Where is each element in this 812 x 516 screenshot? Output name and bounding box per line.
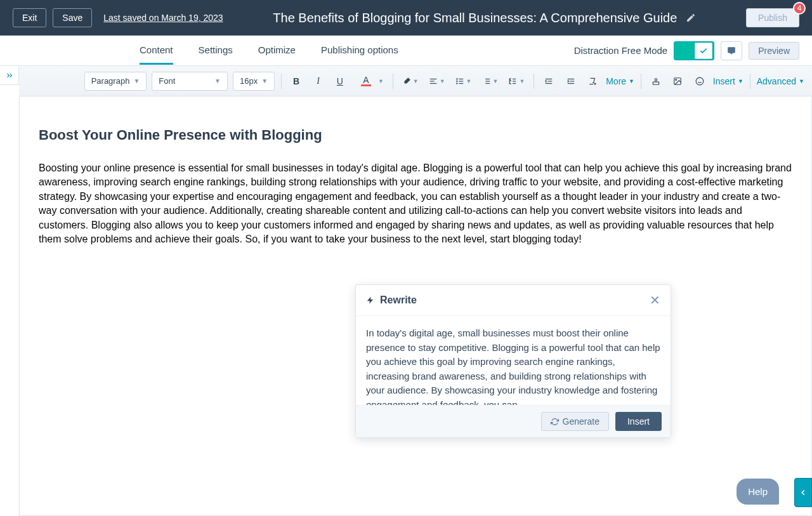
text-color-button[interactable]: A ▼ — [353, 72, 386, 90]
publish-badge: 4 — [793, 2, 806, 15]
expand-sidebar-button[interactable] — [0, 66, 19, 85]
lightning-icon — [366, 296, 375, 305]
insert-dropdown[interactable]: Insert▼ — [713, 76, 743, 86]
close-button[interactable]: ✕ — [650, 294, 660, 307]
outdent-button[interactable] — [540, 72, 557, 90]
more-button[interactable]: More▼ — [606, 76, 634, 86]
article-body[interactable]: Boosting your online presence is essenti… — [39, 161, 792, 246]
tab-content[interactable]: Content — [140, 37, 173, 65]
italic-button[interactable]: I — [310, 72, 326, 90]
insert-button[interactable]: Insert — [615, 412, 662, 431]
article-heading[interactable]: Boost Your Online Presence with Blogging — [39, 127, 792, 143]
bullet-list-button[interactable]: ▼ — [453, 72, 475, 90]
svg-point-25 — [655, 78, 657, 81]
exit-button[interactable]: Exit — [13, 8, 46, 27]
image-icon — [673, 77, 682, 86]
bullet-list-icon — [455, 77, 464, 86]
chevron-right-double-icon — [5, 71, 14, 80]
distraction-free-label: Distraction Free Mode — [574, 45, 668, 56]
tab-optimize[interactable]: Optimize — [258, 37, 296, 65]
font-select[interactable]: Font▼ — [152, 72, 228, 91]
rewrite-title: Rewrite — [380, 294, 417, 306]
svg-rect-26 — [653, 82, 658, 84]
help-button[interactable]: Help — [737, 479, 779, 505]
top-header: Exit Save Last saved on March 19, 2023 T… — [0, 0, 812, 36]
collapse-panel-button[interactable] — [794, 478, 812, 507]
indent-button[interactable] — [563, 72, 579, 90]
emoji-icon — [695, 77, 704, 86]
edit-title-icon[interactable] — [686, 13, 696, 23]
svg-point-3 — [456, 78, 457, 79]
highlight-button[interactable]: ▼ — [400, 72, 421, 90]
rewrite-popup: Rewrite ✕ In today's digital age, small … — [355, 284, 671, 438]
image-button[interactable] — [669, 72, 686, 90]
svg-point-5 — [456, 83, 457, 83]
rewrite-body: In today's digital age, small businesses… — [356, 316, 671, 405]
distraction-free-toggle[interactable] — [674, 41, 714, 60]
paragraph-select[interactable]: Paragraph▼ — [84, 72, 147, 91]
chevron-left-icon — [799, 488, 808, 497]
highlight-icon — [402, 77, 411, 86]
tab-settings[interactable]: Settings — [199, 37, 233, 65]
publish-button[interactable]: Publish — [746, 8, 799, 27]
line-height-button[interactable]: ▼ — [506, 72, 527, 90]
check-icon — [699, 46, 708, 55]
numbered-list-icon — [482, 77, 491, 86]
generate-button[interactable]: Generate — [541, 412, 609, 431]
save-button[interactable]: Save — [53, 8, 92, 27]
secondary-nav: Content Settings Optimize Publishing opt… — [0, 36, 812, 66]
align-button[interactable]: ▼ — [426, 72, 448, 90]
editor-toolbar: Paragraph▼ Font▼ 16px▼ B I U A ▼ ▼ ▼ ▼ ▼… — [19, 66, 812, 96]
last-saved-link[interactable]: Last saved on March 19, 2023 — [103, 13, 223, 23]
clear-format-icon — [588, 77, 597, 86]
advanced-dropdown[interactable]: Advanced▼ — [757, 76, 804, 86]
bold-button[interactable]: B — [288, 72, 304, 90]
line-height-icon — [508, 77, 517, 86]
refresh-icon — [551, 418, 559, 426]
underline-button[interactable]: U — [332, 72, 348, 90]
svg-point-28 — [676, 79, 677, 80]
numbered-list-button[interactable]: ▼ — [480, 72, 501, 90]
comments-button[interactable] — [721, 41, 742, 60]
outdent-icon — [544, 77, 553, 86]
align-icon — [429, 77, 438, 86]
tab-publishing-options[interactable]: Publishing options — [321, 37, 398, 65]
page-title: The Benefits of Blogging for Small Busin… — [273, 11, 677, 25]
clear-format-button[interactable] — [584, 72, 601, 90]
svg-point-4 — [456, 81, 457, 81]
font-size-select[interactable]: 16px▼ — [233, 72, 275, 91]
personalize-button[interactable] — [648, 72, 664, 90]
chat-icon — [727, 46, 736, 55]
personalize-icon — [652, 77, 660, 86]
emoji-button[interactable] — [691, 72, 708, 90]
svg-point-29 — [696, 77, 704, 85]
indent-icon — [566, 77, 575, 86]
preview-button[interactable]: Preview — [749, 42, 799, 60]
